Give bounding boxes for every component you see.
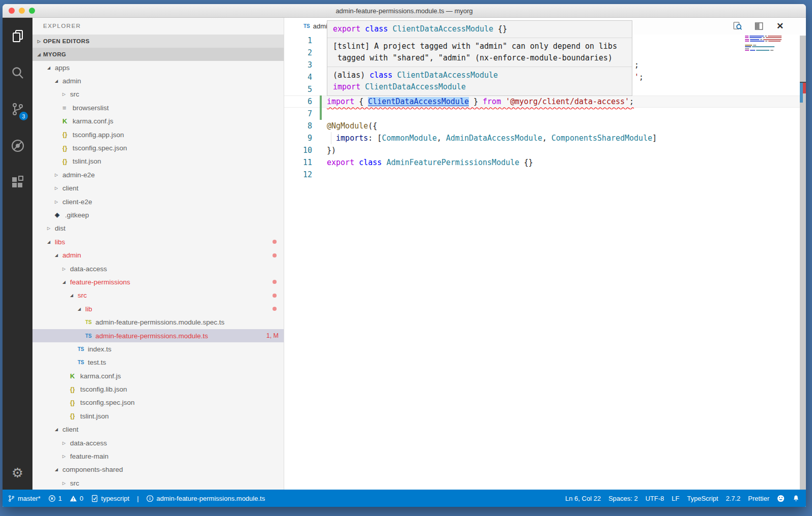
split-editor-icon[interactable] <box>753 21 764 32</box>
code-token: AdminFeaturePermissionsModule <box>386 158 519 167</box>
tree-file-.gitkeep[interactable]: ◈.gitkeep <box>32 208 284 221</box>
code-line-12[interactable]: 12 <box>284 169 806 181</box>
zoom-window-button[interactable] <box>29 8 35 14</box>
tree-folder-dist[interactable]: ▷dist <box>32 222 284 235</box>
code-line-7[interactable]: 7 <box>284 108 806 120</box>
code-line-9[interactable]: 9 imports: [CommonModule, AdminDataAcces… <box>284 132 806 144</box>
section-myorg[interactable]: ◢ MYORG <box>32 48 284 61</box>
overview-ruler[interactable] <box>800 36 806 490</box>
titlebar: admin-feature-permissions.module.ts — my… <box>3 4 806 18</box>
activity-extensions-icon[interactable] <box>3 164 32 201</box>
status-item-utf-8[interactable]: UTF-8 <box>646 495 664 502</box>
braces-file-icon: {} <box>62 158 73 165</box>
line-number: 10 <box>284 144 312 156</box>
hover-alias-info: (alias) class ClientDataAccessModuleimpo… <box>327 67 632 95</box>
tree-file-tslint.json[interactable]: {}tslint.json <box>32 155 284 168</box>
desktop-background: admin-feature-permissions.module.ts — my… <box>0 0 812 516</box>
code-line-content: @NgModule({ <box>327 120 377 132</box>
code-line-10[interactable]: 10}) <box>284 144 806 156</box>
tree-folder-data-access[interactable]: ▷data-access <box>32 262 284 275</box>
code-token: class <box>369 71 392 80</box>
status-item-1[interactable]: 1 <box>48 495 62 502</box>
tree-folder-client-e2e[interactable]: ▷client-e2e <box>32 195 284 208</box>
tree-folder-admin[interactable]: ◢admin <box>32 74 284 87</box>
activity-search-icon[interactable] <box>3 54 32 91</box>
tree-file-karma.conf.js[interactable]: Kkarma.conf.js <box>32 115 284 128</box>
tree-file-tsconfig.spec.json[interactable]: {}tsconfig.spec.json <box>32 396 284 409</box>
tree-folder-libs[interactable]: ◢libs <box>32 235 284 248</box>
status-item-ln-6-col-22[interactable]: Ln 6, Col 22 <box>565 495 601 502</box>
code-token: export <box>327 158 354 167</box>
tree-folder-src[interactable]: ▷src <box>32 476 284 490</box>
tree-item-label: .gitkeep <box>65 211 89 219</box>
tree-file-index.ts[interactable]: TSindex.ts <box>32 342 284 356</box>
status-item-lf[interactable]: LF <box>672 495 680 502</box>
tree-folder-admin[interactable]: ◢admin <box>32 248 284 262</box>
minimap[interactable] <box>745 34 782 52</box>
line-number: 2 <box>284 47 312 59</box>
code-token[interactable]: ClientDataAccessModule <box>368 97 469 106</box>
open-preview-icon[interactable] <box>732 21 743 32</box>
tree-file-test.ts[interactable]: TStest.ts <box>32 356 284 369</box>
tree-folder-client[interactable]: ▷client <box>32 182 284 195</box>
tree-folder-feature-main[interactable]: ▷feature-main <box>32 449 284 463</box>
status-item-spaces-2[interactable]: Spaces: 2 <box>608 495 638 502</box>
tree-item-label: admin <box>62 77 81 85</box>
status-item-typescript[interactable]: TypeScript <box>687 495 718 502</box>
code-line-11[interactable]: 11export class AdminFeaturePermissionsMo… <box>284 156 806 169</box>
tree-folder-feature-permissions[interactable]: ◢feature-permissions <box>32 275 284 288</box>
status-item-master[interactable]: master* <box>8 495 41 502</box>
line-number: 7 <box>284 108 312 120</box>
status-item-prettier[interactable]: Prettier <box>748 495 769 502</box>
line-number: 1 <box>284 35 312 47</box>
activity-explorer-icon[interactable] <box>3 18 32 54</box>
twistie-collapsed-icon: ▷ <box>62 92 70 96</box>
status-item-typescript[interactable]: typescript <box>91 495 129 502</box>
tree-file-tsconfig.lib.json[interactable]: {}tsconfig.lib.json <box>32 382 284 396</box>
code-line-8[interactable]: 8@NgModule({ <box>284 120 806 132</box>
tree-folder-components-shared[interactable]: ◢components-shared <box>32 463 284 476</box>
tree-folder-data-access[interactable]: ▷data-access <box>32 436 284 449</box>
tree-file-admin-feature-permissions.module.spec.ts[interactable]: TSadmin-feature-permissions.module.spec.… <box>32 315 284 329</box>
tree-folder-admin-e2e[interactable]: ▷admin-e2e <box>32 168 284 181</box>
activity-source-control-icon[interactable]: 3 <box>3 91 32 127</box>
tree-folder-client[interactable]: ◢client <box>32 423 284 436</box>
tree-file-tslint.json[interactable]: {}tslint.json <box>32 409 284 423</box>
status-item-0[interactable]: 0 <box>70 495 83 502</box>
list-file-icon: ≡ <box>62 104 73 112</box>
code-token: CommonModule <box>382 134 436 143</box>
section-open-editors[interactable]: ▷ OPEN EDITORS <box>32 35 284 48</box>
tree-folder-src[interactable]: ◢src <box>32 289 284 302</box>
chevron-right-icon: ▷ <box>35 39 43 44</box>
code-line-6[interactable]: 6import { ClientDataAccessModule } from … <box>284 95 806 108</box>
code-line-content: import { ClientDataAccessModule } from '… <box>327 95 634 108</box>
tree-file-admin-feature-permissions.module.ts[interactable]: TSadmin-feature-permissions.module.ts1, … <box>32 329 284 342</box>
lint-message-line: [tslint] A project tagged with "admin" c… <box>333 41 626 52</box>
tree-file-browserslist[interactable]: ≡browserslist <box>32 101 284 114</box>
tree-item-label: admin-e2e <box>62 171 95 179</box>
status-item-label: typescript <box>101 495 129 502</box>
close-window-button[interactable] <box>9 8 15 14</box>
status-item-2-7-2[interactable]: 2.7.2 <box>726 495 740 502</box>
tree-item-label: dist <box>55 224 65 232</box>
git-status-badge: 1, M <box>266 332 279 339</box>
minimize-window-button[interactable] <box>19 8 25 14</box>
modified-dot-badge <box>273 280 277 284</box>
tree-file-karma.conf.js[interactable]: Kkarma.conf.js <box>32 369 284 382</box>
tree-item-label: lib <box>85 305 92 313</box>
tree-folder-lib[interactable]: ◢lib <box>32 302 284 315</box>
status-item-feedback-smiley[interactable] <box>777 495 785 502</box>
status-item-label: Spaces: 2 <box>608 495 638 502</box>
tree-file-tsconfig.app.json[interactable]: {}tsconfig.app.json <box>32 128 284 141</box>
tree-folder-apps[interactable]: ◢apps <box>32 61 284 74</box>
tree-file-tsconfig.spec.json[interactable]: {}tsconfig.spec.json <box>32 141 284 154</box>
status-item-admin-feature-permissions-module-ts[interactable]: admin-feature-permissions.module.ts <box>146 495 265 502</box>
status-item-bell[interactable] <box>792 495 800 502</box>
line-number: 4 <box>284 71 312 83</box>
activity-debug-disabled-icon[interactable] <box>3 127 32 164</box>
tree-folder-src[interactable]: ▷src <box>32 88 284 101</box>
alias-line: import ClientDataAccessModule <box>333 81 626 93</box>
ts-blue-file-icon: TS <box>85 333 95 339</box>
close-editor-icon[interactable]: ✕ <box>774 21 786 32</box>
settings-gear-icon[interactable]: ⚙ <box>3 461 32 485</box>
